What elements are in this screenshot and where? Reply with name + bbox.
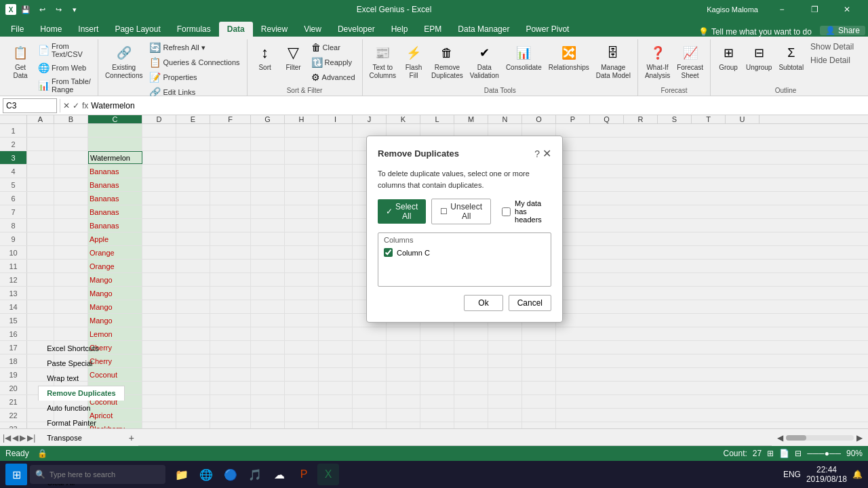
cell[interactable] (210, 327, 251, 340)
cell[interactable] (54, 192, 88, 205)
minimize-btn[interactable]: − (766, 0, 797, 19)
cell[interactable] (251, 314, 285, 327)
filter-button[interactable]: ▽ Filter (280, 41, 307, 73)
cell[interactable] (488, 382, 522, 394)
cell[interactable] (353, 422, 387, 428)
cell[interactable] (210, 341, 251, 354)
cell[interactable] (176, 205, 210, 218)
cell[interactable] (54, 151, 88, 164)
cell[interactable] (210, 368, 251, 381)
sort-button[interactable]: ↕ Sort (252, 41, 279, 73)
text-to-columns-button[interactable]: 📰 Text toColumns (367, 41, 399, 81)
row-number[interactable]: 5 (0, 178, 27, 191)
cell[interactable] (319, 409, 353, 422)
sheet-tab[interactable]: Transpose (38, 430, 124, 445)
col-header-c[interactable]: C (88, 115, 142, 123)
cell[interactable] (27, 287, 54, 300)
cell[interactable] (353, 382, 387, 394)
cell[interactable]: Lemon (88, 327, 142, 340)
cell[interactable] (522, 368, 556, 381)
col-header-f[interactable]: F (210, 115, 251, 123)
cell[interactable] (27, 246, 54, 259)
taskbar-powerpoint[interactable]: P (293, 464, 315, 485)
cell[interactable] (251, 273, 285, 286)
sheet-tab[interactable]: Wrap text (38, 371, 124, 386)
from-web-button[interactable]: 🌐 From Web (35, 61, 94, 75)
cell[interactable] (142, 354, 176, 367)
cell[interactable] (285, 260, 319, 272)
cell[interactable] (210, 205, 251, 218)
cell[interactable] (522, 341, 556, 354)
cell[interactable] (353, 327, 387, 340)
group-button[interactable]: ⊞ Group (715, 41, 742, 73)
cell[interactable] (142, 422, 176, 428)
queries-connections-button[interactable]: 📋 Queries & Connections (146, 56, 242, 69)
cell[interactable] (319, 314, 353, 327)
tab-epm[interactable]: EPM (416, 22, 450, 37)
cell[interactable] (176, 273, 210, 286)
col-header-t[interactable]: T (692, 115, 726, 123)
taskbar-file-manager[interactable]: 📁 (171, 464, 193, 485)
cell[interactable] (319, 260, 353, 272)
cell[interactable] (285, 219, 319, 232)
cell[interactable] (251, 395, 285, 408)
cell[interactable] (319, 341, 353, 354)
cell[interactable] (142, 192, 176, 205)
cell[interactable] (54, 287, 88, 300)
tab-file[interactable]: File (3, 22, 32, 37)
cell[interactable] (176, 232, 210, 245)
cell[interactable] (420, 422, 454, 428)
cell[interactable] (176, 219, 210, 232)
cell[interactable] (210, 354, 251, 367)
cell[interactable] (454, 341, 488, 354)
cell[interactable] (142, 409, 176, 422)
forecast-sheet-button[interactable]: 📈 ForecastSheet (674, 41, 706, 81)
consolidate-button[interactable]: 📊 Consolidate (503, 41, 545, 73)
col-header-q[interactable]: Q (590, 115, 624, 123)
reapply-button[interactable]: 🔃 Reapply (309, 56, 358, 69)
cell[interactable] (54, 178, 88, 191)
cell[interactable] (54, 260, 88, 272)
zoom-slider[interactable]: ───●── (807, 449, 841, 458)
row-number[interactable]: 23 (0, 422, 27, 428)
formula-input[interactable] (91, 98, 865, 113)
cell[interactable] (54, 300, 88, 313)
cell[interactable] (420, 368, 454, 381)
tab-view[interactable]: View (296, 22, 330, 37)
cell[interactable] (251, 327, 285, 340)
cell[interactable] (420, 354, 454, 367)
cell[interactable] (142, 246, 176, 259)
tab-review[interactable]: Review (253, 22, 296, 37)
cell[interactable] (88, 138, 142, 150)
sheet-tab[interactable]: Excel Shortcuts (38, 341, 124, 356)
cell[interactable] (176, 124, 210, 137)
cell[interactable] (387, 341, 420, 354)
cell[interactable] (319, 138, 353, 150)
cell[interactable] (454, 409, 488, 422)
cell[interactable] (454, 354, 488, 367)
cell[interactable] (54, 205, 88, 218)
cell[interactable] (319, 232, 353, 245)
cell[interactable] (285, 341, 319, 354)
taskbar-chrome[interactable]: 🔵 (220, 464, 241, 485)
cell[interactable] (27, 138, 54, 150)
sheet-nav-prev[interactable]: ◀ (12, 433, 18, 443)
taskbar-spotify[interactable]: 🎵 (244, 464, 266, 485)
taskbar-search[interactable]: 🔍 Type here to search (30, 465, 165, 484)
cell[interactable] (142, 382, 176, 394)
cell[interactable] (210, 165, 251, 178)
cell[interactable] (285, 165, 319, 178)
cell[interactable] (522, 327, 556, 340)
cell[interactable] (142, 395, 176, 408)
page-break-icon[interactable]: ⊟ (795, 449, 802, 458)
restore-btn[interactable]: ❐ (799, 0, 830, 19)
cell[interactable] (27, 124, 54, 137)
cell[interactable] (488, 327, 522, 340)
cell[interactable] (319, 354, 353, 367)
cell[interactable] (27, 192, 54, 205)
cell[interactable] (353, 341, 387, 354)
cell[interactable] (54, 219, 88, 232)
cell[interactable] (176, 178, 210, 191)
row-number[interactable]: 20 (0, 382, 27, 394)
cell[interactable]: Bananas (88, 205, 142, 218)
